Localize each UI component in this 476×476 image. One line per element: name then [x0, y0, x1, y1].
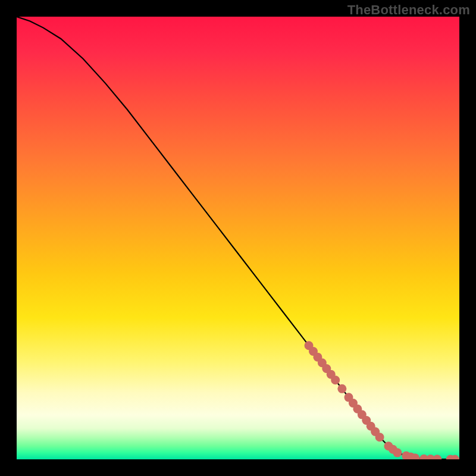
curve-marker — [331, 375, 340, 384]
curve-marker — [393, 448, 402, 457]
chart-svg — [17, 17, 459, 459]
curve-marker — [433, 455, 441, 459]
bottleneck-curve-line — [17, 17, 459, 459]
plot-area — [17, 17, 459, 459]
watermark-text: TheBottleneck.com — [347, 2, 470, 18]
curve-marker — [337, 384, 346, 393]
chart-frame: TheBottleneck.com — [0, 0, 476, 476]
curve-markers — [305, 341, 459, 459]
curve-marker — [375, 433, 384, 441]
